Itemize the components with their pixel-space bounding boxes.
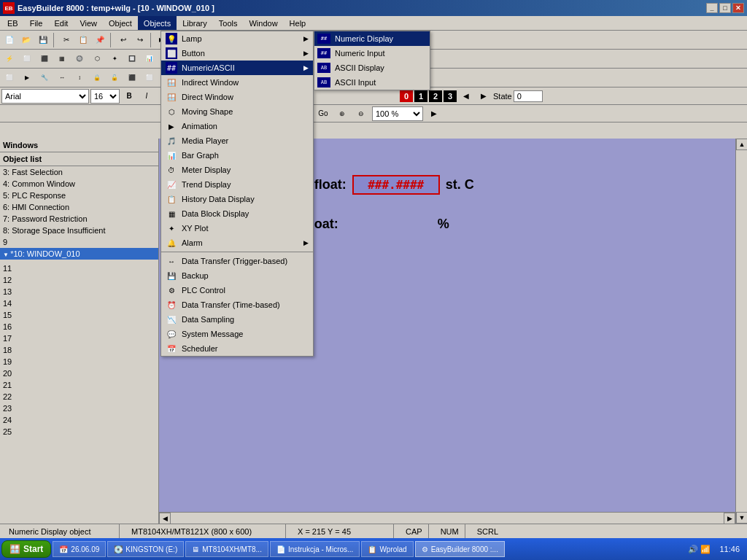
taskbar-item-1[interactable]: 💽 KINGSTON (E:) bbox=[107, 541, 184, 557]
menu-trend-display[interactable]: 📈 Trend Display bbox=[161, 177, 313, 192]
sidebar-item-13[interactable]: 13 bbox=[0, 286, 158, 298]
sidebar-item-25[interactable]: 25 bbox=[0, 426, 158, 438]
zoom-out[interactable]: ⊖ bbox=[353, 106, 369, 122]
tool-a[interactable]: ⚡ bbox=[1, 51, 18, 67]
scroll-down[interactable]: ▼ bbox=[736, 512, 747, 524]
open-btn[interactable]: 📂 bbox=[18, 32, 34, 48]
redo-btn[interactable]: ↪ bbox=[132, 32, 148, 48]
italic-btn[interactable]: I bbox=[139, 88, 155, 104]
sidebar-item-3[interactable]: 3: Fast Selection bbox=[0, 166, 158, 178]
sidebar-item-6[interactable]: 6: HMI Connection bbox=[0, 201, 158, 213]
size-select[interactable]: 16 bbox=[90, 89, 120, 104]
taskbar-item-0[interactable]: 📅 26.06.09 bbox=[53, 541, 106, 557]
draw-b[interactable]: ▶ bbox=[19, 70, 35, 86]
sidebar-item-7[interactable]: 7: Password Restriction bbox=[0, 213, 158, 225]
tool-i[interactable]: 📊 bbox=[142, 51, 158, 67]
sidebar-item-10[interactable]: *10: WINDOW_010 bbox=[0, 248, 158, 260]
tool-b[interactable]: ⬜ bbox=[19, 51, 35, 67]
taskbar-item-5[interactable]: ⚙ EasyBuilder 8000 :... bbox=[415, 541, 505, 557]
taskbar-item-2[interactable]: 🖥 MT8104XH/MT8... bbox=[185, 541, 268, 557]
menu-bar-graph[interactable]: 📊 Bar Graph bbox=[161, 148, 313, 163]
sidebar-item-5[interactable]: 5: PLC Response bbox=[0, 190, 158, 201]
copy-btn[interactable]: 📋 bbox=[75, 32, 91, 48]
menu-help[interactable]: Help bbox=[284, 16, 312, 30]
menu-xy-plot[interactable]: ✦ XY Plot bbox=[161, 221, 313, 236]
zoom-in[interactable]: ⊕ bbox=[334, 106, 350, 122]
state-2[interactable]: 2 bbox=[429, 90, 442, 102]
sidebar-item-11[interactable]: 11 bbox=[0, 262, 158, 274]
menu-objects[interactable]: Objects bbox=[138, 16, 177, 30]
state-0[interactable]: 0 bbox=[400, 90, 413, 102]
menu-window[interactable]: Window bbox=[243, 16, 283, 30]
menu-backup[interactable]: 💾 Backup bbox=[161, 268, 313, 283]
paste-btn[interactable]: 📌 bbox=[92, 32, 108, 48]
draw-a[interactable]: ⬜ bbox=[1, 70, 18, 86]
state-value[interactable]: 0 bbox=[514, 90, 543, 102]
sidebar-item-14[interactable]: 14 bbox=[0, 298, 158, 309]
submenu-numeric-display[interactable]: ## Numeric Display bbox=[314, 31, 430, 46]
temp-display[interactable]: ###.#### bbox=[352, 175, 440, 195]
menu-media-player[interactable]: 🎵 Media Player bbox=[161, 133, 313, 148]
menu-meter-display[interactable]: ⏱ Meter Display bbox=[161, 163, 313, 177]
menu-lamp[interactable]: 💡 Lamp bbox=[161, 31, 313, 46]
restore-btn[interactable]: □ bbox=[719, 3, 731, 13]
tool-g[interactable]: ✦ bbox=[107, 51, 123, 67]
menu-button[interactable]: ⬜ Button bbox=[161, 46, 313, 61]
start-button[interactable]: 🪟 Start bbox=[1, 540, 51, 558]
sidebar-item-17[interactable]: 17 bbox=[0, 332, 158, 344]
minimize-btn[interactable]: _ bbox=[706, 3, 718, 13]
sidebar-item-19[interactable]: 19 bbox=[0, 356, 158, 368]
menu-history-data[interactable]: 📋 History Data Display bbox=[161, 192, 313, 206]
submenu-ascii-display[interactable]: AB ASCII Display bbox=[314, 61, 430, 75]
font-select[interactable]: Arial bbox=[1, 89, 89, 104]
draw-g[interactable]: 🔓 bbox=[107, 70, 123, 86]
scroll-left[interactable]: ◀ bbox=[159, 513, 171, 524]
menu-data-transfer-trigger[interactable]: ↔ Data Transfer (Trigger-based) bbox=[161, 254, 313, 268]
menu-numeric-ascii[interactable]: ## Numeric/ASCII bbox=[161, 61, 313, 75]
scroll-up[interactable]: ▲ bbox=[736, 139, 747, 150]
sidebar-item-18[interactable]: 18 bbox=[0, 344, 158, 356]
draw-h[interactable]: ⬛ bbox=[124, 70, 140, 86]
tool-c[interactable]: ⬛ bbox=[36, 51, 53, 67]
draw-i[interactable]: ⬜ bbox=[142, 70, 158, 86]
menu-edit[interactable]: Edit bbox=[48, 16, 74, 30]
sidebar-item-4[interactable]: 4: Common Window bbox=[0, 178, 158, 190]
draw-f[interactable]: 🔒 bbox=[89, 70, 105, 86]
menu-data-block[interactable]: ▦ Data Block Display bbox=[161, 206, 313, 221]
prev-state[interactable]: ◀ bbox=[458, 88, 474, 104]
menu-library[interactable]: Library bbox=[177, 16, 213, 30]
submenu-numeric-input[interactable]: ## Numeric Input bbox=[314, 46, 430, 61]
close-btn[interactable]: ✕ bbox=[732, 3, 744, 13]
save-btn[interactable]: 💾 bbox=[35, 32, 51, 48]
menu-indirect-window[interactable]: 🪟 Indirect Window bbox=[161, 75, 313, 90]
menu-file[interactable]: File bbox=[24, 16, 49, 30]
sidebar-item-8[interactable]: 8: Storage Space Insufficient bbox=[0, 225, 158, 236]
sidebar-item-9[interactable]: 9 bbox=[0, 236, 158, 248]
taskbar-item-4[interactable]: 📋 Wprolad bbox=[361, 541, 413, 557]
zoom-select[interactable]: 100 % 50 % 75 % 150 % bbox=[372, 106, 423, 121]
new-btn[interactable]: 📄 bbox=[1, 32, 18, 48]
tool-f[interactable]: ⬡ bbox=[89, 51, 105, 67]
tool-h[interactable]: 🔲 bbox=[124, 51, 140, 67]
submenu-ascii-input[interactable]: AB ASCII Input bbox=[314, 75, 430, 90]
menu-direct-window[interactable]: 🪟 Direct Window bbox=[161, 90, 313, 104]
state-1[interactable]: 1 bbox=[414, 90, 427, 102]
sidebar-item-12[interactable]: 12 bbox=[0, 274, 158, 286]
menu-scheduler[interactable]: 📅 Scheduler bbox=[161, 341, 313, 356]
menu-system-message[interactable]: 💬 System Message bbox=[161, 327, 313, 341]
tool-d[interactable]: ▦ bbox=[54, 51, 70, 67]
sidebar-item-16[interactable]: 16 bbox=[0, 321, 158, 332]
menu-view[interactable]: View bbox=[74, 16, 103, 30]
state-3[interactable]: 3 bbox=[444, 90, 457, 102]
draw-e[interactable]: ↕ bbox=[71, 70, 88, 86]
sidebar-item-22[interactable]: 22 bbox=[0, 391, 158, 402]
sidebar-item-20[interactable]: 20 bbox=[0, 368, 158, 379]
undo-btn[interactable]: ↩ bbox=[115, 32, 131, 48]
menu-plc-control[interactable]: ⚙ PLC Control bbox=[161, 283, 313, 298]
menu-moving-shape[interactable]: ⬡ Moving Shape bbox=[161, 104, 313, 119]
sidebar-item-21[interactable]: 21 bbox=[0, 379, 158, 391]
bold-btn[interactable]: B bbox=[121, 88, 137, 104]
menu-object[interactable]: Object bbox=[103, 16, 138, 30]
menu-eb[interactable]: EB bbox=[1, 16, 24, 30]
cut-btn[interactable]: ✂ bbox=[58, 32, 74, 48]
